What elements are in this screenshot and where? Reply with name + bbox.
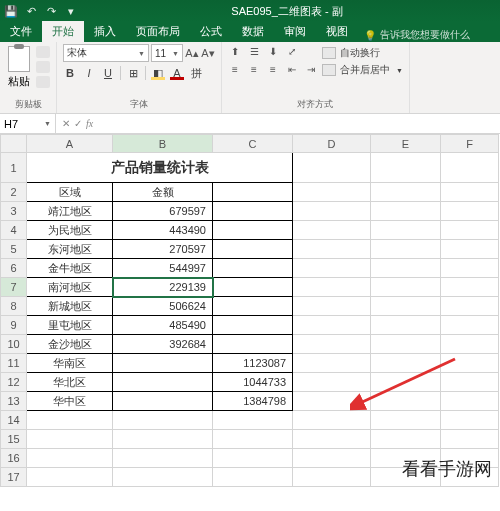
- cell[interactable]: [113, 354, 213, 373]
- cell[interactable]: [213, 297, 293, 316]
- cell[interactable]: [113, 411, 213, 430]
- cell[interactable]: 679597: [113, 202, 213, 221]
- col-header-F[interactable]: F: [441, 135, 499, 153]
- align-right-icon[interactable]: ≡: [266, 62, 280, 76]
- cell[interactable]: [293, 202, 371, 221]
- cell[interactable]: [293, 411, 371, 430]
- tab-page-layout[interactable]: 页面布局: [126, 21, 190, 42]
- font-name-combo[interactable]: 宋体▼: [63, 44, 149, 62]
- cell[interactable]: [293, 449, 371, 468]
- copy-icon[interactable]: [36, 61, 50, 73]
- paste-button[interactable]: 粘贴: [6, 44, 32, 91]
- tab-file[interactable]: 文件: [0, 21, 42, 42]
- cell[interactable]: [371, 183, 441, 202]
- cell[interactable]: [213, 430, 293, 449]
- grid[interactable]: A B C D E F 1产品销量统计表2区域金额3靖江地区6795974为民地…: [0, 134, 499, 487]
- cancel-icon[interactable]: ✕: [62, 118, 70, 129]
- row-header[interactable]: 13: [1, 392, 27, 411]
- cell[interactable]: [293, 373, 371, 392]
- cell[interactable]: 华南区: [27, 354, 113, 373]
- col-header-A[interactable]: A: [27, 135, 113, 153]
- underline-button[interactable]: U: [101, 65, 115, 81]
- border-button[interactable]: ⊞: [126, 65, 140, 81]
- cell[interactable]: 金牛地区: [27, 259, 113, 278]
- cell[interactable]: [441, 411, 499, 430]
- cell[interactable]: [27, 411, 113, 430]
- row-header[interactable]: 1: [1, 153, 27, 183]
- cell[interactable]: [293, 278, 371, 297]
- cell[interactable]: [293, 221, 371, 240]
- cell[interactable]: [371, 240, 441, 259]
- cell[interactable]: [113, 373, 213, 392]
- cell[interactable]: [213, 316, 293, 335]
- col-header-B[interactable]: B: [113, 135, 213, 153]
- cell[interactable]: 靖江地区: [27, 202, 113, 221]
- cell[interactable]: [371, 278, 441, 297]
- cell[interactable]: [441, 278, 499, 297]
- cell[interactable]: 443490: [113, 221, 213, 240]
- cell[interactable]: 1044733: [213, 373, 293, 392]
- row-header[interactable]: 15: [1, 430, 27, 449]
- row-header[interactable]: 9: [1, 316, 27, 335]
- decrease-indent-icon[interactable]: ⇤: [285, 62, 299, 76]
- wrap-text-button[interactable]: 自动换行: [322, 46, 403, 60]
- tab-home[interactable]: 开始: [42, 21, 84, 42]
- cell[interactable]: 东河地区: [27, 240, 113, 259]
- row-header[interactable]: 11: [1, 354, 27, 373]
- cell[interactable]: [213, 278, 293, 297]
- save-icon[interactable]: 💾: [4, 4, 18, 18]
- cell[interactable]: 金沙地区: [27, 335, 113, 354]
- cell[interactable]: [213, 221, 293, 240]
- cell[interactable]: [293, 468, 371, 487]
- cell[interactable]: [441, 202, 499, 221]
- align-middle-icon[interactable]: ☰: [247, 44, 261, 58]
- cell[interactable]: 华北区: [27, 373, 113, 392]
- cell[interactable]: [371, 335, 441, 354]
- row-header[interactable]: 8: [1, 297, 27, 316]
- cell[interactable]: [213, 468, 293, 487]
- cell[interactable]: [441, 221, 499, 240]
- format-painter-icon[interactable]: [36, 76, 50, 88]
- cell[interactable]: [27, 468, 113, 487]
- row-header[interactable]: 6: [1, 259, 27, 278]
- row-header[interactable]: 14: [1, 411, 27, 430]
- cell[interactable]: [213, 335, 293, 354]
- cell[interactable]: 区域: [27, 183, 113, 202]
- fx-icon[interactable]: fx: [86, 118, 93, 129]
- cell[interactable]: [441, 354, 499, 373]
- cell[interactable]: [441, 153, 499, 183]
- row-header[interactable]: 5: [1, 240, 27, 259]
- cell[interactable]: [371, 202, 441, 221]
- cut-icon[interactable]: [36, 46, 50, 58]
- tab-view[interactable]: 视图: [316, 21, 358, 42]
- orientation-icon[interactable]: ⤢: [285, 44, 299, 58]
- cell[interactable]: [371, 373, 441, 392]
- increase-indent-icon[interactable]: ⇥: [304, 62, 318, 76]
- cell[interactable]: [293, 259, 371, 278]
- cell[interactable]: [441, 297, 499, 316]
- align-center-icon[interactable]: ≡: [247, 62, 261, 76]
- col-header-C[interactable]: C: [213, 135, 293, 153]
- formula-bar[interactable]: [99, 114, 500, 133]
- row-header[interactable]: 16: [1, 449, 27, 468]
- cell[interactable]: [293, 183, 371, 202]
- cell[interactable]: [371, 259, 441, 278]
- cell[interactable]: [441, 183, 499, 202]
- row-header[interactable]: 12: [1, 373, 27, 392]
- cell[interactable]: [27, 430, 113, 449]
- cell[interactable]: 392684: [113, 335, 213, 354]
- align-top-icon[interactable]: ⬆: [228, 44, 242, 58]
- cell[interactable]: [293, 240, 371, 259]
- phonetic-button[interactable]: 拼: [189, 65, 203, 81]
- cell[interactable]: 270597: [113, 240, 213, 259]
- increase-font-icon[interactable]: A▴: [185, 44, 199, 62]
- cell[interactable]: 1384798: [213, 392, 293, 411]
- cell[interactable]: [293, 392, 371, 411]
- cell[interactable]: [441, 259, 499, 278]
- cell[interactable]: [441, 335, 499, 354]
- cell[interactable]: [293, 316, 371, 335]
- italic-button[interactable]: I: [82, 65, 96, 81]
- cell[interactable]: [213, 259, 293, 278]
- row-header[interactable]: 2: [1, 183, 27, 202]
- spreadsheet[interactable]: A B C D E F 1产品销量统计表2区域金额3靖江地区6795974为民地…: [0, 134, 500, 487]
